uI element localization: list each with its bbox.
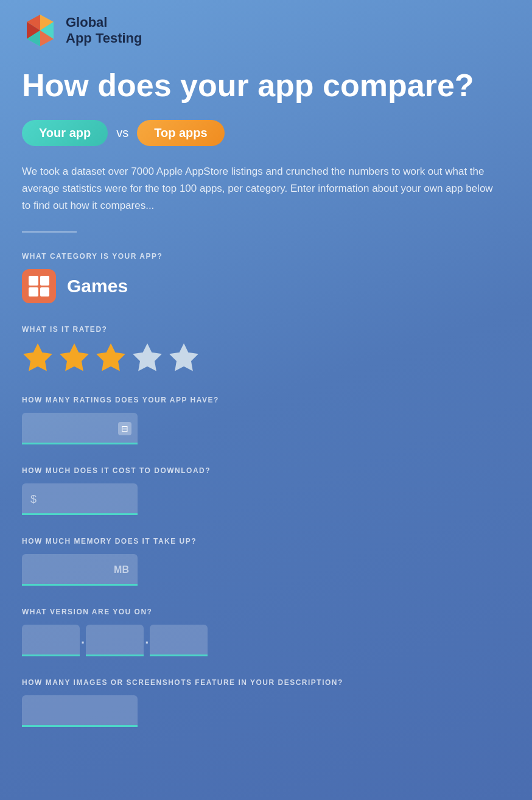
ratings-count-section: HOW MANY RATINGS DOES YOUR APP HAVE? ⊟ [22,396,510,444]
category-value: Games [67,276,128,296]
version-dot-2: . [145,631,149,650]
logo-line1: Global [66,15,142,30]
section-divider [22,231,77,233]
logo-line2: App Testing [66,30,142,46]
category-row[interactable]: Games [22,269,510,303]
svg-marker-9 [97,345,124,370]
star-2[interactable] [58,342,90,374]
memory-label: HOW MUCH MEMORY DOES IT TAKE UP? [22,537,510,546]
category-label: WHAT CATEGORY IS YOUR APP? [22,252,510,261]
rating-label: WHAT IS IT RATED? [22,325,510,334]
page-description: We took a dataset over 7000 Apple AppSto… [22,163,497,214]
version-minor-input[interactable] [86,625,144,656]
logo-area: Global App Testing [22,12,510,49]
images-section: HOW MANY IMAGES OR SCREENSHOTS FEATURE I… [22,678,510,727]
svg-marker-8 [61,345,87,370]
version-label: WHAT VERSION ARE YOU ON? [22,608,510,616]
your-app-button[interactable]: Your app [22,120,108,146]
logo-icon [22,12,58,49]
mb-suffix: MB [114,564,129,575]
stars-row[interactable] [22,342,510,374]
images-label: HOW MANY IMAGES OR SCREENSHOTS FEATURE I… [22,678,510,687]
vs-label: vs [116,126,128,140]
grid-cell-1 [29,276,38,286]
version-section: WHAT VERSION ARE YOU ON? . . [22,608,510,656]
logo-text: Global App Testing [66,15,142,47]
svg-marker-11 [170,345,197,370]
grid-cell-4 [40,287,50,297]
version-patch-input[interactable] [150,625,208,656]
top-apps-button[interactable]: Top apps [137,120,224,146]
rating-section: WHAT IS IT RATED? [22,325,510,374]
star-4[interactable] [131,342,163,374]
memory-wrapper: MB [22,554,138,586]
grid-cell-2 [40,276,50,286]
star-3[interactable] [95,342,127,374]
ratings-count-wrapper: ⊟ [22,413,138,444]
svg-marker-7 [24,345,51,370]
cost-label: HOW MUCH DOES IT COST TO DOWNLOAD? [22,466,510,475]
category-icon[interactable] [22,269,56,303]
star-5[interactable] [168,342,200,374]
dollar-icon: $ [30,493,37,506]
toggle-row: Your app vs Top apps [22,120,510,146]
stepper-icon[interactable]: ⊟ [118,422,131,435]
cost-wrapper: $ [22,483,138,515]
svg-marker-10 [134,345,160,370]
memory-section: HOW MUCH MEMORY DOES IT TAKE UP? MB [22,537,510,586]
version-major-input[interactable] [22,625,80,656]
images-input[interactable] [22,695,138,727]
version-row: . . [22,625,510,656]
cost-input[interactable] [22,483,138,515]
grid-cell-3 [29,287,38,297]
page-title: How does your app compare? [22,68,510,103]
ratings-count-label: HOW MANY RATINGS DOES YOUR APP HAVE? [22,396,510,404]
category-section: WHAT CATEGORY IS YOUR APP? Games [22,252,510,303]
version-dot-1: . [81,631,85,650]
cost-section: HOW MUCH DOES IT COST TO DOWNLOAD? $ [22,466,510,515]
category-grid-icon [29,276,49,296]
images-wrapper [22,695,138,727]
star-1[interactable] [22,342,54,374]
